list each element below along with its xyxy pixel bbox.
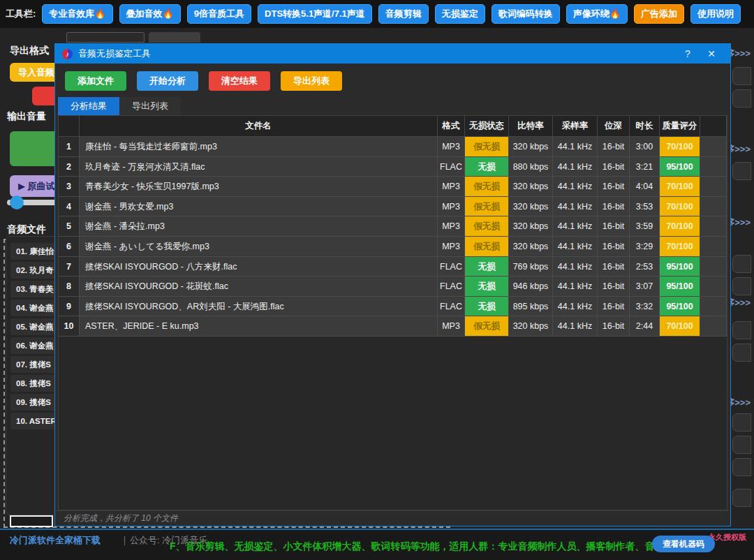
row-number: 9 (59, 297, 80, 317)
table-row[interactable]: 1康佳怡 - 每当我走过老师窗前.mp3MP3假无损320 kbps44.1 k… (59, 137, 727, 157)
table-body: 1康佳怡 - 每当我走过老师窗前.mp3MP3假无损320 kbps44.1 k… (59, 137, 727, 337)
download-link[interactable]: 冷门派软件全家桶下载 (10, 534, 101, 547)
cell-samplerate: 44.1 kHz (553, 257, 598, 277)
cell-quality-score: 95/100 (660, 297, 700, 317)
progress-box (10, 515, 53, 527)
cell-bitdepth: 16-bit (598, 316, 630, 337)
view-machine-code-button[interactable]: 查看机器码 (652, 536, 715, 552)
cell-bitdepth: 16-bit (598, 177, 630, 197)
edge-button[interactable] (732, 89, 751, 108)
row-number: 4 (59, 197, 80, 217)
tab-导出列表[interactable]: 导出列表 (119, 97, 181, 115)
cell-duration: 2:44 (630, 316, 660, 337)
cell-filler (700, 237, 727, 257)
toolbar-button[interactable]: 声像环绕🔥 (566, 4, 628, 24)
column-header: 无损状态 (465, 116, 509, 137)
table-row[interactable]: 9揽佬SKAI ISYOURGOD、AR刘夫阳 - 大展鸿图.flacFLAC无… (59, 297, 727, 317)
edge-button[interactable] (732, 162, 751, 180)
toolbar-button[interactable]: 音频剪辑 (378, 4, 429, 24)
table-row[interactable]: 8揽佬SKAI ISYOURGOD - 花斑蚊.flacFLAC无损946 kb… (59, 277, 727, 297)
cell-duration: 3:29 (630, 237, 660, 257)
cell-filename: 谢金燕 - 潘朵拉.mp3 (80, 216, 438, 237)
cell-duration: 3:07 (630, 277, 660, 297)
dialog-action-button[interactable]: 添加文件 (65, 71, 126, 91)
close-button[interactable]: ✕ (700, 48, 723, 59)
column-header: 时长 (630, 116, 660, 137)
cell-lossless-status: 假无损 (465, 316, 509, 337)
cell-filename: ASTER、JERIDE - E ku.mp3 (80, 316, 438, 337)
cell-quality-score: 70/100 (660, 316, 700, 337)
cell-filename: 康佳怡 - 每当我走过老师窗前.mp3 (80, 137, 438, 157)
toolbar-button[interactable]: 使用说明 (690, 4, 741, 24)
cell-duration: 4:04 (630, 177, 660, 197)
footer-marquee: F、音乐剪辑、无损鉴定、小文件体积增大器、歌词转码等功能，适用人群：专业音频制作… (170, 540, 714, 553)
table-row[interactable]: 4谢金燕 - 男欢女爱.mp3MP3假无损320 kbps44.1 kHz16-… (59, 197, 727, 217)
footer-separator: ｜ (120, 534, 129, 547)
table-row[interactable]: 6谢金燕 - あいしてる我爱你.mp3MP3假无损320 kbps44.1 kH… (59, 237, 727, 257)
cell-bitdepth: 16-bit (598, 216, 630, 237)
cell-lossless-status: 无损 (465, 157, 509, 177)
row-number: 2 (59, 157, 80, 177)
cell-bitdepth: 16-bit (598, 197, 630, 217)
cell-bitrate: 320 kbps (509, 237, 553, 257)
dialog-action-button[interactable]: 开始分析 (137, 71, 198, 91)
app-window: 工具栏: 专业音效库🔥叠加音效🔥9倍音质工具DTS转换5.1声道/7.1声道音频… (0, 0, 754, 560)
background-button[interactable] (149, 32, 200, 43)
cell-format: MP3 (438, 316, 465, 337)
edge-button[interactable] (732, 255, 751, 273)
cell-filler (700, 197, 727, 217)
row-number: 7 (59, 257, 80, 277)
toolbar-button[interactable]: 9倍音质工具 (187, 4, 251, 24)
cell-bitdepth: 16-bit (598, 257, 630, 277)
edge-button[interactable] (732, 344, 751, 362)
lossless-check-dialog: ♪ 音频无损鉴定工具 ? ✕ 添加文件开始分析清空结果导出列表 分析结果导出列表… (54, 43, 731, 526)
table-row[interactable]: 3青春美少女 - 快乐宝贝1997版.mp3MP3假无损320 kbps44.1… (59, 177, 727, 197)
toolbar-button[interactable]: 广告添加 (634, 4, 684, 24)
cell-filler (700, 316, 727, 337)
cell-quality-score: 70/100 (660, 197, 700, 217)
cell-bitdepth: 16-bit (598, 237, 630, 257)
edge-button[interactable] (732, 436, 751, 454)
dialog-action-buttons: 添加文件开始分析清空结果导出列表 (55, 64, 730, 97)
column-header-filler (700, 116, 727, 137)
footer-bar: 冷门派软件全家桶下载 ｜ 公众号: 冷门派音乐 F、音乐剪辑、无损鉴定、小文件体… (0, 529, 754, 560)
background-dropdown[interactable] (66, 32, 145, 43)
edge-button[interactable] (732, 321, 751, 339)
results-table: 文件名格式无损状态比特率采样率位深时长质量评分 1康佳怡 - 每当我走过老师窗前… (58, 115, 727, 510)
column-header: 比特率 (509, 116, 553, 137)
cell-lossless-status: 假无损 (465, 177, 509, 197)
toolbar-button[interactable]: 叠加音效🔥 (119, 4, 181, 24)
cell-format: MP3 (438, 177, 465, 197)
toolbar-button[interactable]: 无损鉴定 (435, 4, 485, 24)
dialog-titlebar[interactable]: ♪ 音频无损鉴定工具 ? ✕ (55, 44, 730, 64)
table-row[interactable]: 10ASTER、JERIDE - E ku.mp3MP3假无损320 kbps4… (59, 316, 727, 337)
dialog-tabs: 分析结果导出列表 (58, 97, 730, 115)
table-header-row: 文件名格式无损状态比特率采样率位深时长质量评分 (59, 116, 727, 137)
toolbar-button[interactable]: 歌词编码转换 (491, 4, 560, 24)
table-row[interactable]: 7揽佬SKAI ISYOURGOD - 八方来财.flacFLAC无损769 k… (59, 257, 727, 277)
cell-filler (700, 157, 727, 177)
help-button[interactable]: ? (676, 48, 700, 59)
edge-button[interactable] (732, 458, 751, 476)
dialog-action-button[interactable]: 导出列表 (281, 71, 342, 91)
cell-filename: 谢金燕 - 男欢女爱.mp3 (80, 197, 438, 217)
dialog-action-button[interactable]: 清空结果 (209, 71, 270, 91)
cell-filename: 揽佬SKAI ISYOURGOD - 八方来财.flac (80, 257, 438, 277)
toolbar-button[interactable]: 专业音效库🔥 (42, 4, 112, 24)
cell-quality-score: 95/100 (660, 257, 700, 277)
cell-samplerate: 44.1 kHz (553, 137, 598, 157)
column-header: 格式 (438, 116, 465, 137)
edge-button[interactable] (732, 489, 751, 507)
cell-lossless-status: 无损 (465, 297, 509, 317)
edge-button[interactable] (732, 277, 751, 295)
table-row[interactable]: 5谢金燕 - 潘朵拉.mp3MP3假无损320 kbps44.1 kHz16-b… (59, 216, 727, 237)
cell-bitrate: 946 kbps (509, 277, 553, 297)
table-row[interactable]: 2玖月奇迹 - 万泉河水清又清.flacFLAC无损880 kbps44.1 k… (59, 157, 727, 177)
column-header: 质量评分 (660, 116, 700, 137)
cell-duration: 3:32 (630, 297, 660, 317)
edge-button[interactable] (732, 67, 751, 85)
volume-slider-knob[interactable] (10, 196, 24, 209)
toolbar-button[interactable]: DTS转换5.1声道/7.1声道 (258, 4, 372, 24)
tab-分析结果[interactable]: 分析结果 (58, 97, 119, 115)
edge-button[interactable] (732, 413, 751, 432)
